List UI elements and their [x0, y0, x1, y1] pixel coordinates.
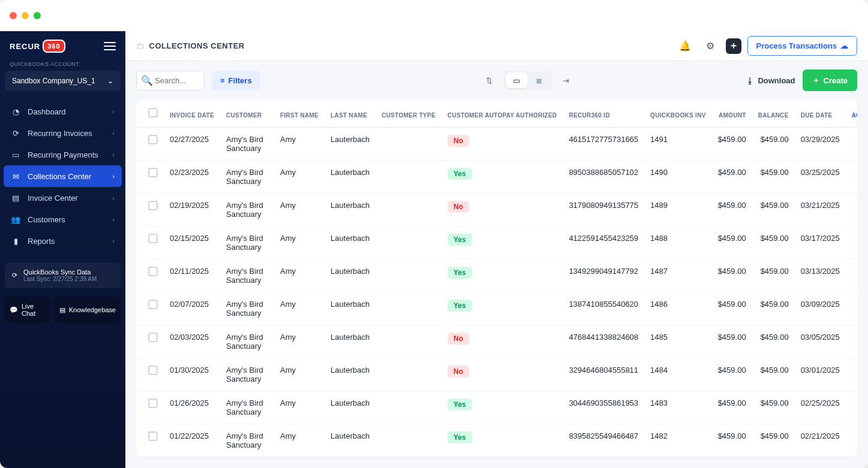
sidebar-nav: ◔ Dashboard ›⟳ Recurring Invoices ›▭ Rec…: [0, 98, 125, 254]
chevron-right-icon: ›: [112, 151, 115, 158]
cell-invoice-date: 02/15/2025: [164, 227, 220, 259]
cell-recur360-id: 4768441338824608: [563, 325, 644, 358]
cell-aging: 2: [846, 391, 857, 424]
search-icon: 🔍: [141, 75, 153, 86]
menu-toggle-icon[interactable]: [104, 42, 116, 50]
sidebar-item-customers[interactable]: 👥 Customers ›: [4, 209, 122, 230]
chevron-right-icon: ›: [112, 129, 115, 137]
process-transactions-button[interactable]: Process Transactions ☁: [747, 36, 857, 56]
sidebar-item-dashboard[interactable]: ◔ Dashboard ›: [4, 101, 122, 122]
row-checkbox[interactable]: [148, 333, 158, 342]
cell-last-name: Lauterbach: [325, 457, 376, 458]
cell-amount: $459.00: [712, 227, 752, 259]
settings-icon[interactable]: ⚙: [701, 37, 720, 56]
col-aging[interactable]: AGING↑: [846, 99, 857, 128]
filters-button[interactable]: ≡ Filters: [212, 71, 260, 90]
knowledgebase-label: Knowledgebase: [69, 306, 116, 313]
cell-customer: Amy's Bird Sanctuary: [220, 194, 274, 227]
cell-last-name: Lauterbach: [325, 128, 376, 161]
cell-customer-autopay-authorized: Yes: [441, 424, 563, 457]
cell-select: [136, 128, 164, 161]
sync-title: QuickBooks Sync Data: [23, 268, 97, 276]
col-due-date[interactable]: DUE DATE: [795, 99, 846, 128]
cell-aging: [846, 325, 857, 358]
col-amount[interactable]: AMOUNT: [712, 99, 752, 128]
table-row[interactable]: 01/26/2025Amy's Bird SanctuaryAmyLauterb…: [136, 391, 857, 424]
cell-first-name: Amy: [274, 128, 325, 161]
col-customer-type[interactable]: CUSTOMER TYPE: [376, 99, 441, 128]
row-checkbox[interactable]: [148, 300, 158, 309]
table-row[interactable]: 02/23/2025Amy's Bird SanctuaryAmyLauterb…: [136, 161, 857, 194]
sidebar-item-collections-center[interactable]: ✉ Collections Center ›: [4, 165, 122, 187]
maximize-window-dot[interactable]: [34, 12, 41, 19]
sync-box[interactable]: ⟳ QuickBooks Sync Data Last Sync: 2/27/2…: [5, 262, 121, 288]
card-view-button[interactable]: ▭: [506, 73, 527, 88]
columns-settings-icon[interactable]: ⇥: [558, 72, 575, 89]
table-card[interactable]: INVOICE DATECUSTOMERFIRST NAMELAST NAMEC…: [136, 99, 857, 457]
select-all-checkbox[interactable]: [148, 108, 158, 117]
minimize-window-dot[interactable]: [22, 12, 29, 19]
table-row[interactable]: 01/30/2025Amy's Bird SanctuaryAmyLauterb…: [136, 358, 857, 391]
table-row[interactable]: 02/15/2025Amy's Bird SanctuaryAmyLauterb…: [136, 227, 857, 259]
table-row[interactable]: 01/22/2025Amy's Bird SanctuaryAmyLauterb…: [136, 424, 857, 457]
cell-recur360-id: 4615172775731665: [563, 128, 644, 161]
cell-due-date: 03/21/2025: [795, 194, 846, 227]
view-segment: ▭ ≣: [504, 71, 552, 90]
create-button[interactable]: ＋ Create: [803, 70, 857, 91]
cell-first-name: Amy: [274, 227, 325, 259]
notifications-icon[interactable]: 🔔: [675, 37, 695, 56]
cell-quickbooks-inv: 1483: [644, 391, 712, 424]
col-customer[interactable]: CUSTOMER: [220, 99, 274, 128]
chevron-right-icon: ›: [112, 173, 115, 180]
row-checkbox[interactable]: [148, 267, 158, 276]
sidebar-item-recurring-invoices[interactable]: ⟳ Recurring Invoices ›: [4, 122, 122, 144]
add-icon[interactable]: ＋: [726, 38, 741, 54]
col-invoice-date[interactable]: INVOICE DATE: [164, 99, 220, 128]
sidebar-item-recurring-payments[interactable]: ▭ Recurring Payments ›: [4, 144, 122, 165]
row-checkbox[interactable]: [148, 431, 158, 441]
live-chat-link[interactable]: 💬 Live Chat: [5, 297, 50, 323]
row-checkbox[interactable]: [148, 168, 158, 177]
cloud-upload-icon: ☁: [840, 41, 848, 50]
cell-recur360-id: 8950388685057102: [563, 161, 644, 194]
col-last-name[interactable]: LAST NAME: [325, 99, 376, 128]
table-row[interactable]: 02/27/2025Amy's Bird SanctuaryAmyLauterb…: [136, 128, 857, 161]
row-checkbox[interactable]: [148, 398, 158, 408]
col-balance[interactable]: BALANCE: [752, 99, 795, 128]
cell-customer-autopay-authorized: Yes: [441, 227, 563, 259]
cell-amount: $459.00: [712, 128, 752, 161]
sort-toggle-icon[interactable]: ⇅: [481, 72, 498, 89]
book-icon: ▤: [59, 306, 65, 314]
cell-invoice-date: 01/18/2025: [164, 457, 220, 458]
sidebar-item-invoice-center[interactable]: ▤ Invoice Center ›: [4, 187, 122, 209]
col-customer-autopay-authorized[interactable]: CUSTOMER AUTOPAY AUTHORIZED: [441, 99, 563, 128]
col-recur360-id[interactable]: RECUR360 ID: [563, 99, 644, 128]
account-name: Sandbox Company_US_1: [12, 77, 95, 85]
table-row[interactable]: 02/19/2025Amy's Bird SanctuaryAmyLauterb…: [136, 194, 857, 227]
col-first-name[interactable]: FIRST NAME: [274, 99, 325, 128]
autopay-badge: Yes: [447, 234, 472, 246]
table-row[interactable]: 02/07/2025Amy's Bird SanctuaryAmyLauterb…: [136, 292, 857, 325]
knowledgebase-link[interactable]: ▤ Knowledgebase: [55, 297, 121, 323]
sidebar-item-reports[interactable]: ▮ Reports ›: [4, 230, 122, 252]
account-selector[interactable]: Sandbox Company_US_1 ⌄: [5, 71, 121, 91]
row-checkbox[interactable]: [148, 201, 158, 210]
download-button[interactable]: ⭳ Download: [746, 76, 795, 85]
col-select[interactable]: [136, 99, 164, 128]
table-row[interactable]: 02/11/2025Amy's Bird SanctuaryAmyLauterb…: [136, 259, 857, 292]
list-view-button[interactable]: ≣: [528, 73, 550, 88]
row-checkbox[interactable]: [148, 135, 158, 144]
close-window-dot[interactable]: [10, 12, 17, 19]
invoices-table: INVOICE DATECUSTOMERFIRST NAMELAST NAMEC…: [136, 99, 857, 457]
nav-label: Collections Center: [28, 172, 91, 181]
table-row[interactable]: 01/18/2025Amy's Bird SanctuaryAmyLauterb…: [136, 457, 857, 458]
download-icon: ⭳: [746, 76, 754, 85]
table-row[interactable]: 02/03/2025Amy's Bird SanctuaryAmyLauterb…: [136, 325, 857, 358]
row-checkbox[interactable]: [148, 234, 158, 243]
cell-customer: Amy's Bird Sanctuary: [220, 161, 274, 194]
row-checkbox[interactable]: [148, 366, 158, 375]
cell-last-name: Lauterbach: [325, 194, 376, 227]
cell-select: [136, 227, 164, 259]
cell-first-name: Amy: [274, 259, 325, 292]
col-quickbooks-inv[interactable]: QUICKBOOKS INV: [644, 99, 712, 128]
